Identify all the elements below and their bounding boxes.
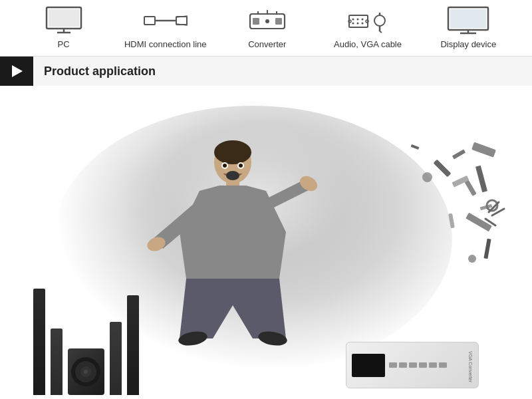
svg-rect-9 bbox=[253, 18, 259, 25]
converter-brand-text: VGA Converter bbox=[468, 351, 473, 382]
section-header: Product application bbox=[0, 57, 532, 86]
hdmi-label: HDMI connection line bbox=[124, 39, 207, 49]
converter-btn-4 bbox=[419, 362, 427, 368]
svg-rect-15 bbox=[349, 15, 368, 27]
pc-label: PC bbox=[58, 39, 70, 49]
svg-point-21 bbox=[362, 22, 364, 24]
svg-rect-49 bbox=[466, 213, 492, 232]
svg-rect-5 bbox=[176, 17, 187, 25]
converter-btn-6 bbox=[439, 362, 447, 368]
converter-icon bbox=[244, 5, 291, 35]
play-triangle-icon bbox=[0, 57, 33, 86]
svg-point-45 bbox=[239, 164, 243, 168]
icon-item-pc: PC bbox=[24, 5, 104, 49]
svg-rect-1 bbox=[49, 9, 79, 27]
converter-btn-3 bbox=[409, 362, 417, 368]
speaker-subwoofer bbox=[68, 348, 104, 395]
icons-row: PC HDMI connection line bbox=[0, 0, 532, 57]
converter-buttons bbox=[389, 362, 464, 368]
svg-point-59 bbox=[84, 370, 88, 374]
svg-rect-29 bbox=[450, 9, 486, 28]
icon-item-audio-vga: Audio, VGA cable bbox=[328, 5, 408, 49]
svg-point-51 bbox=[468, 255, 476, 263]
svg-rect-47 bbox=[475, 166, 487, 193]
svg-point-19 bbox=[352, 22, 354, 24]
svg-rect-10 bbox=[275, 18, 282, 25]
icon-item-converter: Converter bbox=[227, 5, 307, 49]
display-icon bbox=[445, 5, 491, 35]
converter-device-box: VGA Converter bbox=[346, 342, 479, 388]
svg-marker-7 bbox=[176, 16, 187, 25]
converter-screen bbox=[352, 354, 385, 377]
speaker-tall-3 bbox=[127, 295, 139, 395]
converter-label: Converter bbox=[248, 39, 286, 49]
debris-tech bbox=[432, 139, 512, 285]
person-figure bbox=[133, 126, 319, 365]
converter-btn-1 bbox=[389, 362, 397, 368]
speaker-tall-1 bbox=[33, 289, 45, 395]
svg-rect-4 bbox=[144, 17, 155, 25]
svg-point-35 bbox=[214, 140, 251, 164]
converter-btn-2 bbox=[399, 362, 407, 368]
svg-marker-33 bbox=[12, 65, 23, 77]
section-title-text: Product application bbox=[44, 65, 156, 78]
pc-icon bbox=[41, 5, 87, 35]
product-application-area: VGA Converter bbox=[0, 86, 532, 395]
speaker-tall-2 bbox=[110, 322, 122, 395]
audio-vga-icon bbox=[344, 5, 391, 35]
icon-item-display: Display device bbox=[428, 5, 508, 49]
speaker-short-1 bbox=[51, 329, 63, 395]
debris-7 bbox=[411, 144, 420, 150]
section-title: Product application bbox=[33, 57, 532, 86]
svg-point-24 bbox=[374, 15, 385, 26]
svg-point-41 bbox=[226, 171, 239, 180]
svg-point-17 bbox=[357, 18, 359, 20]
speaker-system bbox=[33, 289, 139, 395]
icon-item-hdmi: HDMI connection line bbox=[124, 5, 207, 49]
scene-container: VGA Converter bbox=[0, 86, 532, 395]
svg-line-27 bbox=[380, 31, 382, 33]
svg-point-16 bbox=[352, 18, 354, 20]
svg-rect-50 bbox=[483, 239, 491, 259]
svg-rect-52 bbox=[452, 176, 469, 188]
audio-vga-label: Audio, VGA cable bbox=[334, 39, 402, 49]
display-label: Display device bbox=[440, 39, 496, 49]
svg-point-11 bbox=[265, 19, 269, 23]
svg-rect-46 bbox=[471, 142, 496, 158]
converter-btn-5 bbox=[429, 362, 437, 368]
debris-6 bbox=[422, 172, 432, 182]
svg-point-44 bbox=[223, 164, 227, 168]
hdmi-icon bbox=[142, 5, 189, 35]
svg-point-18 bbox=[362, 18, 364, 20]
svg-point-20 bbox=[357, 22, 359, 24]
